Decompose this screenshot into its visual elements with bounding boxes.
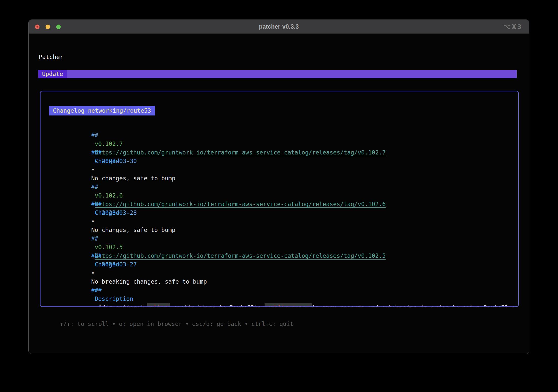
page-title: Patcher: [39, 53, 63, 61]
description-text: 's apex records and subdomains in order …: [312, 304, 519, 307]
bullet-text: No changes, safe to bump: [91, 175, 175, 182]
hint-quit: ctrl+c: quit: [251, 321, 293, 327]
release-version: v0.102.7: [95, 141, 123, 147]
h2-marker: ##: [91, 132, 98, 139]
tab-update[interactable]: Update: [38, 70, 67, 78]
bullet-icon: •: [91, 269, 98, 277]
release-version: v0.102.5: [95, 244, 123, 250]
h3-marker: ###: [91, 252, 102, 259]
bullet-text: No changes, safe to bump: [91, 227, 175, 233]
h2-marker: ##: [91, 184, 98, 190]
hint-scroll: ↑/↓: to scroll: [60, 321, 109, 327]
zoom-button[interactable]: [56, 25, 61, 29]
window-title: patcher-v0.3.3: [259, 23, 299, 30]
release-version: v0.102.6: [95, 192, 123, 199]
traffic-lights: [35, 20, 61, 34]
dot-separator-icon: •: [245, 321, 248, 327]
minimize-button[interactable]: [46, 25, 50, 29]
dot-separator-icon: •: [112, 321, 116, 327]
section-label: Description: [95, 296, 133, 302]
changelog-lines: ## v0.102.7 https://github.com/gruntwork…: [49, 122, 510, 303]
release-link[interactable]: https://github.com/gruntwork-io/terrafor…: [95, 252, 386, 259]
release-heading: ## v0.102.7 https://github.com/gruntwork…: [49, 122, 510, 131]
changelog-content: Changelog networking/route53 ## v0.102.7…: [41, 91, 518, 303]
h2-marker: ##: [91, 235, 98, 242]
dot-separator-icon: •: [185, 321, 189, 327]
section-label: Changed: [95, 261, 119, 268]
changelog-panel[interactable]: Changelog networking/route53 ## v0.102.7…: [40, 91, 519, 307]
release-link[interactable]: https://github.com/gruntwork-io/terrafor…: [95, 149, 386, 156]
window-titlebar: patcher-v0.3.3 ⌥⌘3: [29, 20, 529, 34]
bullet-icon: •: [91, 165, 98, 174]
hint-open-browser: o: open in browser: [119, 321, 182, 327]
description-text: Adds optional: [98, 304, 147, 307]
tab-bar: Update: [38, 70, 517, 78]
changelog-badge: Changelog networking/route53: [49, 106, 155, 115]
release-link[interactable]: https://github.com/gruntwork-io/terrafor…: [95, 201, 386, 207]
inline-code: public_zones: [265, 303, 312, 307]
section-label: Changed: [95, 209, 119, 216]
h3-marker: ###: [91, 201, 102, 207]
hint-go-back: esc/q: go back: [192, 321, 241, 327]
app-window: patcher-v0.3.3 ⌥⌘3 Patcher Update Change…: [28, 19, 529, 354]
section-label: Changed: [95, 158, 119, 164]
help-bar: ↑/↓: to scroll•o: open in browser•esc/q:…: [39, 312, 293, 320]
keyboard-shortcut-hint: ⌥⌘3: [504, 20, 522, 34]
bullet-text: No breaking changes, safe to bump: [91, 278, 207, 285]
h3-marker: ###: [91, 287, 102, 293]
desktop-background: patcher-v0.3.3 ⌥⌘3 Patcher Update Change…: [0, 0, 558, 392]
h3-marker: ###: [91, 149, 102, 156]
description-text: config block to Route53's: [170, 304, 265, 307]
close-button[interactable]: [35, 25, 39, 29]
bullet-icon: •: [91, 303, 98, 307]
bullet-icon: •: [91, 217, 98, 226]
inline-code: alias: [147, 303, 170, 307]
